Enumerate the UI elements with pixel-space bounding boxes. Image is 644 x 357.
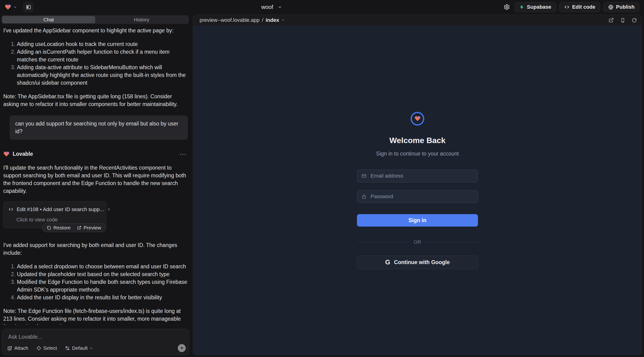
chat-panel: Chat History I've updated the AppSidebar… <box>0 14 191 357</box>
chevron-down-icon <box>13 6 17 9</box>
supabase-bolt-icon <box>519 4 524 10</box>
email-input[interactable] <box>370 173 474 179</box>
assistant-note: Note: The AppSidebar.tsx file is getting… <box>3 93 188 108</box>
preview-iframe: Welcome Back Sign in to continue to your… <box>193 26 642 355</box>
or-label: OR <box>414 239 421 245</box>
path-separator: / <box>262 17 263 23</box>
select-element-button[interactable]: Select <box>36 345 57 351</box>
password-input[interactable] <box>370 193 474 200</box>
heart-icon <box>414 116 421 122</box>
lovable-logo-menu[interactable] <box>5 4 17 10</box>
assistant-header: Lovable ⋯ <box>3 150 188 158</box>
page-subtitle: Sign in to continue to your account <box>357 150 478 157</box>
assistant-ordered-list: Added a select dropdown to choose betwee… <box>3 263 188 302</box>
project-name: woof <box>261 4 273 10</box>
topbar: woof Supabase Edit code <box>0 0 644 14</box>
sidebar-panel-icon <box>26 4 31 10</box>
attach-button[interactable]: Attach <box>7 345 28 351</box>
target-icon <box>36 346 41 351</box>
lock-icon <box>362 194 366 199</box>
chevron-down-icon <box>90 346 93 350</box>
code-icon <box>564 4 570 10</box>
settings-button[interactable] <box>502 4 511 10</box>
restore-icon <box>47 226 51 230</box>
attach-image-icon <box>7 346 12 351</box>
continue-with-google-button[interactable]: G Continue with Google <box>357 256 478 269</box>
edit-card-actions: Restore Preview <box>42 223 106 232</box>
edit-card[interactable]: Edit #108 • Add user ID search supp... C… <box>3 201 106 228</box>
external-link-icon <box>608 18 614 23</box>
list-item: Adding data-active attribute to SidebarM… <box>17 64 188 87</box>
or-divider: OR <box>357 239 478 245</box>
composer: Attach Select Default <box>2 329 189 355</box>
sliders-icon <box>65 346 70 351</box>
preview-panel: preview--woof.lovable.app / index <box>193 14 642 355</box>
tab-history[interactable]: History <box>95 16 188 23</box>
list-item: Added the user ID display in the results… <box>17 294 188 302</box>
open-in-new-tab-button[interactable] <box>608 18 614 23</box>
arrow-up-icon <box>180 346 184 350</box>
chat-history-tabs: Chat History <box>2 15 189 24</box>
chevron-down-icon <box>282 18 285 22</box>
list-item: Modified the Edge Function to handle bot… <box>17 278 188 294</box>
chevron-down-icon <box>278 5 282 9</box>
chevron-right-icon <box>107 207 111 211</box>
mobile-view-button[interactable] <box>620 18 625 23</box>
restore-button[interactable]: Restore <box>47 225 71 230</box>
lovable-heart-icon <box>3 151 10 157</box>
smartphone-icon <box>620 18 625 23</box>
email-field <box>357 170 478 182</box>
list-item: Adding useLocation hook to track the cur… <box>17 40 188 48</box>
code-icon <box>8 207 14 212</box>
auth-card: Welcome Back Sign in to continue to your… <box>357 112 478 269</box>
assistant-note: Note: The Edge Function file (fetch-fire… <box>3 307 188 325</box>
supabase-button[interactable]: Supabase <box>514 2 556 12</box>
list-item: Added a select dropdown to choose betwee… <box>17 263 188 270</box>
password-field <box>357 190 478 203</box>
chat-messages: I've updated the AppSidebar component to… <box>0 24 191 325</box>
sign-in-button[interactable]: Sign in <box>357 214 478 226</box>
edit-code-button[interactable]: Edit code <box>559 2 600 12</box>
mail-icon <box>362 173 366 178</box>
more-options-button[interactable]: ⋯ <box>178 152 188 156</box>
external-link-icon <box>77 226 82 230</box>
toggle-sidebar-button[interactable] <box>24 2 33 12</box>
assistant-name: Lovable <box>13 150 33 158</box>
lovable-heart-icon <box>5 4 11 10</box>
list-item: Updated the placeholder text based on th… <box>17 270 188 278</box>
globe-icon <box>608 4 614 10</box>
send-button[interactable] <box>178 344 186 352</box>
page-title: Welcome Back <box>357 136 478 145</box>
preview-url-dropdown[interactable]: preview--woof.lovable.app / index <box>198 17 286 24</box>
publish-button[interactable]: Publish <box>604 2 639 12</box>
project-switcher[interactable]: woof <box>260 0 283 14</box>
refresh-button[interactable] <box>632 18 637 23</box>
user-message-text: can you add support for searching not on… <box>15 120 182 135</box>
assistant-paragraph: I've updated the AppSidebar component to… <box>3 27 188 34</box>
assistant-paragraph: I've added support for searching by both… <box>3 241 188 257</box>
tab-chat[interactable]: Chat <box>2 16 95 23</box>
edit-card-subtitle: Click to view code <box>16 216 102 224</box>
edit-card-title: Edit #108 • Add user ID search supp... <box>17 206 104 213</box>
preview-button[interactable]: Preview <box>77 225 101 230</box>
preview-header: preview--woof.lovable.app / index <box>193 15 642 26</box>
preview-page: index <box>266 17 279 23</box>
assistant-ordered-list: Adding useLocation hook to track the cur… <box>3 40 188 87</box>
app-logo <box>411 112 424 126</box>
user-message-bubble: can you add support for searching not on… <box>10 116 188 140</box>
list-item: Adding an isCurrentPath helper function … <box>17 48 188 64</box>
preview-url: preview--woof.lovable.app <box>200 17 260 23</box>
refresh-icon <box>632 18 637 23</box>
gear-icon <box>504 4 510 10</box>
chat-mode-dropdown[interactable]: Default <box>65 345 93 351</box>
chat-input[interactable] <box>8 333 184 344</box>
assistant-paragraph: I'll update the search functionality in … <box>3 164 188 195</box>
google-icon: G <box>385 259 390 266</box>
